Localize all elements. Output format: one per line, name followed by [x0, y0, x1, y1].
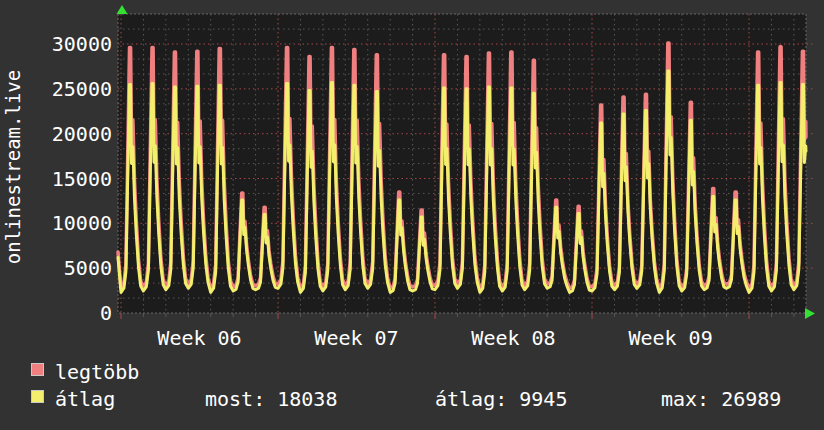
graph-panel: onlinestream.live 0500010000150002000025…: [0, 0, 824, 430]
y-tick-label-25000: 25000: [0, 79, 112, 99]
series-line-atlag: [118, 71, 806, 292]
legend-swatch-atlag: [31, 390, 44, 403]
y-tick-label-15000: 15000: [0, 169, 112, 189]
legend-swatch-legtobb: [31, 363, 44, 376]
y-axis-arrow-icon: [117, 5, 128, 14]
y-tick-label-10000: 10000: [0, 213, 112, 233]
y-tick-label-5000: 5000: [0, 258, 112, 278]
x-tick-label-week-8: Week 08: [471, 328, 555, 348]
stat-max: max: 26989: [661, 389, 781, 409]
y-tick-label-30000: 30000: [0, 34, 112, 54]
legend-label-atlag: átlag: [55, 389, 115, 409]
x-axis-arrow-icon: [805, 308, 815, 319]
stat-most: most: 18038: [205, 389, 337, 409]
x-tick-label-week-6: Week 06: [157, 328, 241, 348]
y-tick-label-0: 0: [0, 303, 112, 323]
stat-atlag: átlag: 9945: [435, 389, 567, 409]
x-tick-label-week-7: Week 07: [314, 328, 398, 348]
legend-label-legtobb: legtöbb: [55, 362, 139, 382]
y-tick-label-20000: 20000: [0, 124, 112, 144]
x-tick-label-week-9: Week 09: [628, 328, 712, 348]
